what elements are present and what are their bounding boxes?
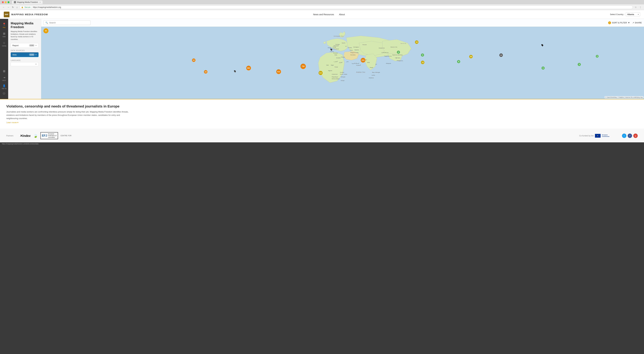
browser-tab[interactable]: Mapping Media Freedom ✕ (12, 0, 42, 4)
sidebar-item-map[interactable]: 📍 Map (0, 21, 8, 29)
country-label: Select Country : (610, 13, 625, 15)
efj-full: EuropeanFederation ofJournalists (48, 133, 56, 138)
signup-icon: 👤 (2, 84, 6, 87)
partners-label: Partners (6, 135, 13, 137)
data-sources-heading: DATA SOURCES (11, 50, 38, 51)
grid-icon: ⊞ (3, 69, 5, 73)
cluster-2[interactable]: 2 (596, 55, 598, 58)
home-button[interactable]: ⌂ (16, 6, 18, 9)
filter-section-web: Web 4346 ▼ (11, 52, 38, 57)
address-bar[interactable]: 🔒 Secure | https://mappingmediafreedom.o… (20, 5, 633, 9)
xindex-logo: ✕index (20, 134, 30, 138)
shield-icon: 🛡 (3, 92, 5, 95)
language-filter-row[interactable]: ▼ (11, 62, 38, 66)
cluster-111[interactable]: 111 (318, 71, 323, 75)
sidebar-item-grid[interactable]: ⊞ (0, 68, 8, 74)
panel-description: Mapping Media Freedom identifies limitat… (11, 30, 38, 40)
maximize-button[interactable] (8, 1, 10, 3)
cluster-4[interactable]: 4 (397, 51, 400, 54)
brand-area: MMF MAPPING MEDIA FREEDOM (4, 12, 48, 17)
sidebar-item-signup[interactable]: 👤 Sign up (0, 83, 8, 90)
url-text: https://mappingmediafreedom.org (33, 6, 61, 8)
search-input[interactable] (49, 21, 88, 24)
toolbar-right: 0 SORT & FILTER ▼ ↗ SHARE (608, 21, 642, 24)
cluster-6[interactable]: 6 (542, 66, 545, 70)
nav-links: News and Resources About (313, 13, 345, 16)
google-icon[interactable]: g (633, 134, 638, 138)
refresh-button[interactable]: ↻ (11, 6, 14, 9)
nav-news-resources[interactable]: News and Resources (313, 13, 334, 16)
back-button[interactable]: ← (2, 6, 5, 9)
app-container: MMF MAPPING MEDIA FREEDOM News and Resou… (0, 10, 644, 142)
tab-close-icon[interactable]: ✕ (40, 1, 41, 3)
cluster-738[interactable]: 738 (300, 64, 306, 69)
left-panel: Mapping Media Freedom Mapping Media Free… (8, 19, 41, 99)
top-navbar: MMF MAPPING MEDIA FREEDOM News and Resou… (0, 10, 644, 19)
partners-section: Partners ✕index 🍃 EFJ EuropeanFederation… (0, 129, 644, 142)
sidebar-label-login: Log in (2, 79, 6, 81)
filter-row-report[interactable]: Report 4346 ▼ (11, 43, 38, 48)
forward-button[interactable]: → (6, 6, 10, 9)
cluster-14[interactable]: 14 (499, 53, 503, 57)
sidebar-item-activity[interactable]: ☆ Activity (0, 40, 8, 48)
cluster-13[interactable]: 13 (192, 58, 196, 62)
sort-filter-label: SORT & FILTER (612, 21, 627, 24)
sort-filter-button[interactable]: 0 SORT & FILTER ▼ (608, 21, 630, 24)
bookmark-button[interactable]: ☆ (634, 6, 638, 9)
cofunded-area: Co-funded by the ★ EuropeanCommission (579, 134, 610, 138)
eu-flag: ★ (595, 134, 600, 138)
filter-row-web[interactable]: Web 4346 ▼ (11, 52, 38, 57)
centre-for-label: CENTRE FOR (60, 135, 72, 137)
panel-title: Mapping Media Freedom (11, 21, 38, 29)
facebook-icon[interactable]: f (628, 134, 632, 138)
cluster-33[interactable]: 33 (204, 70, 208, 73)
search-box[interactable]: 🔍 (44, 20, 90, 25)
report-badge: 4346 (29, 44, 34, 47)
map-attribution: © OpenStreetMap, © Mapbox | Improve the … (605, 96, 643, 98)
status-bar: https://mappingmediafreedom.ushahidi.io/… (0, 142, 644, 145)
learn-more-link[interactable]: Learn more ▾ (6, 121, 18, 124)
sidebar-item-shield[interactable]: 🛡 (0, 91, 8, 96)
nav-about[interactable]: About (339, 13, 345, 16)
minimize-button[interactable] (5, 1, 6, 3)
login-icon: ⇥ (3, 76, 5, 79)
zoom-plus-button[interactable]: + (44, 28, 48, 33)
twitter-icon[interactable]: t (622, 134, 626, 138)
pin-2 (234, 70, 236, 72)
sidebar-item-login[interactable]: ⇥ Log in (0, 75, 8, 82)
cluster-29[interactable]: 29 (469, 55, 472, 58)
sidebar-label-data: Data (2, 36, 6, 37)
chevron-down-icon-web: ▼ (35, 54, 37, 56)
sidebar-label-activity: Activity (2, 45, 6, 47)
country-select[interactable]: Albania Austria Belgium Bulgaria Croatia… (626, 12, 640, 16)
cluster-8[interactable]: 8 (457, 60, 460, 63)
filter-count-badge: 0 (608, 21, 611, 24)
sidebar-item-data[interactable]: ⊞ Data (0, 31, 8, 39)
xindex-name: ✕index (20, 134, 30, 138)
tab-title: Mapping Media Freedom (17, 1, 38, 3)
cluster-582[interactable]: 582 (246, 66, 251, 70)
menu-button[interactable]: ⋮ (639, 6, 642, 9)
cluster-10b[interactable]: 10 (421, 61, 424, 64)
secure-icon: 🔒 (21, 6, 24, 8)
traffic-lights (2, 1, 10, 3)
cluster-3[interactable]: 3 (578, 63, 581, 66)
bottom-description: Journalists and media workers are confro… (6, 110, 132, 120)
web-label: Web (12, 53, 17, 56)
partner-logos: ✕index 🍃 EFJ EuropeanFederation ofJourna… (20, 132, 72, 139)
close-button[interactable] (2, 1, 4, 3)
cluster-5[interactable]: 5 (421, 53, 424, 56)
map-toolbar: 🔍 0 SORT & FILTER ▼ ↗ SHARE (41, 19, 644, 27)
cluster-215[interactable]: 215 (361, 58, 366, 62)
social-icons: t f g (622, 134, 638, 138)
bottom-title: Violations, censorship and needs of thre… (6, 104, 638, 108)
efj-logo: EFJ EuropeanFederation ofJournalists (40, 132, 58, 139)
cluster-612[interactable]: 612 (276, 69, 281, 74)
eu-logo: ★ EuropeanCommission (595, 134, 610, 138)
country-select-wrapper[interactable]: Albania Austria Belgium Bulgaria Croatia… (626, 12, 640, 16)
data-icon: ⊞ (3, 32, 5, 35)
map-icon: 📍 (2, 23, 6, 26)
share-button[interactable]: ↗ SHARE (632, 21, 642, 24)
cluster-10a[interactable]: 10 (415, 40, 418, 44)
map-area[interactable]: 🔍 0 SORT & FILTER ▼ ↗ SHARE + (41, 19, 644, 99)
